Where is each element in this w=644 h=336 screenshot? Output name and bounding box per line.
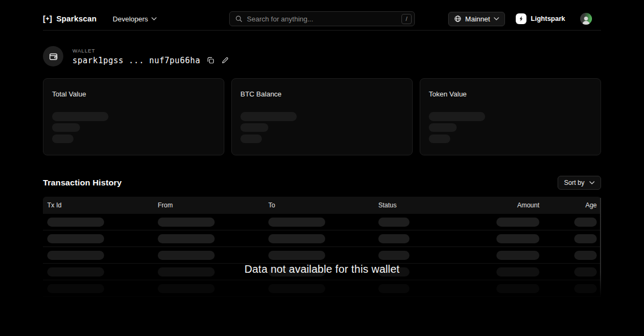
wallet-header: WALLET spark1pgss ... nuf7pu66ha <box>43 46 601 66</box>
chevron-down-icon <box>494 17 499 20</box>
skeleton-pill <box>268 251 325 260</box>
sort-by-label: Sort by <box>564 179 584 186</box>
wallet-info: WALLET spark1pgss ... nuf7pu66ha <box>72 48 229 65</box>
skeleton-pill <box>47 234 104 243</box>
empty-state-message: Data not available for this wallet <box>43 263 601 275</box>
skeleton-pill <box>378 251 409 260</box>
table-row <box>43 280 601 297</box>
lightspark-icon <box>516 13 526 24</box>
column-header-age: Age <box>539 201 597 209</box>
skeleton-bar <box>240 135 262 143</box>
card-btc-balance: BTC Balance <box>231 78 413 155</box>
network-label: Mainnet <box>465 15 490 23</box>
chevron-down-icon <box>589 181 595 184</box>
skeleton-pill <box>47 218 104 227</box>
edit-address-button[interactable] <box>221 56 229 64</box>
skeleton-bar <box>429 112 485 121</box>
column-header-status: Status <box>378 201 483 209</box>
skeleton-pill <box>158 218 215 227</box>
skeleton-pill <box>268 284 325 293</box>
search-shortcut-key: / <box>401 14 412 24</box>
search-bar[interactable]: / <box>229 11 415 26</box>
skeleton-pill <box>47 251 104 260</box>
wallet-address: spark1pgss ... nuf7pu66ha <box>72 56 200 65</box>
wallet-icon-badge <box>43 46 63 66</box>
skeleton-bar <box>429 123 457 132</box>
user-avatar[interactable] <box>580 13 592 25</box>
brand-icon: [✦] <box>43 14 53 23</box>
column-header-txid: Tx Id <box>47 201 158 209</box>
table-row <box>43 214 601 230</box>
skeleton-pill <box>378 234 409 243</box>
table-scrollbar[interactable] <box>600 198 601 297</box>
skeleton-bar <box>429 135 450 143</box>
skeleton-bar <box>240 112 297 121</box>
search-input[interactable] <box>247 15 397 23</box>
lightspark-link[interactable]: Lightspark <box>516 13 565 24</box>
skeleton-bar <box>52 123 80 132</box>
brand-name: Sparkscan <box>56 14 97 23</box>
skeleton-pill <box>496 284 539 293</box>
column-header-amount: Amount <box>483 201 539 209</box>
navbar-divider <box>43 30 601 31</box>
copy-address-button[interactable] <box>207 56 215 64</box>
top-navbar: [✦] Sparkscan Developers / Mainnet <box>0 0 644 31</box>
skeleton-pill <box>378 284 409 293</box>
transactions-header: Transaction History Sort by <box>43 176 601 190</box>
skeleton-pill <box>158 284 215 293</box>
skeleton-pill <box>574 251 597 260</box>
skeleton-pill <box>496 218 539 227</box>
skeleton-bar <box>52 112 108 121</box>
skeleton-pill <box>268 234 325 243</box>
skeleton-pill <box>158 251 215 260</box>
skeleton-pill <box>574 218 597 227</box>
table-body <box>43 214 601 297</box>
card-token-value: Token Value <box>420 78 601 155</box>
card-total-value: Total Value <box>43 78 224 155</box>
column-header-from: From <box>158 201 268 209</box>
skeleton-pill <box>496 251 539 260</box>
skeleton-bar <box>52 135 74 143</box>
skeleton-bar <box>240 123 268 132</box>
skeleton-pill <box>496 234 539 243</box>
developers-menu[interactable]: Developers <box>113 15 157 23</box>
lightspark-label: Lightspark <box>531 15 565 23</box>
copy-icon <box>207 56 215 64</box>
skeleton-pill <box>158 234 215 243</box>
network-select-button[interactable]: Mainnet <box>448 12 505 26</box>
card-title: Token Value <box>429 90 592 98</box>
developers-label: Developers <box>113 15 148 23</box>
card-title: BTC Balance <box>240 90 404 98</box>
navbar-right-group: Mainnet Lightspark <box>448 12 601 26</box>
table-row <box>43 247 601 264</box>
skeleton-pill <box>378 218 409 227</box>
skeleton-pill <box>574 284 597 293</box>
skeleton-pill <box>268 218 325 227</box>
section-title: Transaction History <box>43 178 122 188</box>
table-header-row: Tx Id From To Status Amount Age <box>43 197 601 214</box>
brand-logo[interactable]: [✦] Sparkscan <box>43 14 97 23</box>
globe-icon <box>454 15 462 23</box>
wallet-label: WALLET <box>72 48 229 54</box>
pencil-icon <box>221 56 229 64</box>
search-icon <box>235 15 243 23</box>
table-row <box>43 230 601 247</box>
column-header-to: To <box>268 201 378 209</box>
chevron-down-icon <box>151 17 157 20</box>
skeleton-pill <box>47 284 104 293</box>
person-silhouette-icon <box>581 15 591 25</box>
transactions-table: Tx Id From To Status Amount Age <box>43 197 601 297</box>
stat-cards: Total Value BTC Balance Token Value <box>43 78 601 155</box>
sort-by-button[interactable]: Sort by <box>558 176 601 190</box>
card-title: Total Value <box>52 90 215 98</box>
skeleton-pill <box>574 234 597 243</box>
wallet-icon <box>48 51 58 62</box>
